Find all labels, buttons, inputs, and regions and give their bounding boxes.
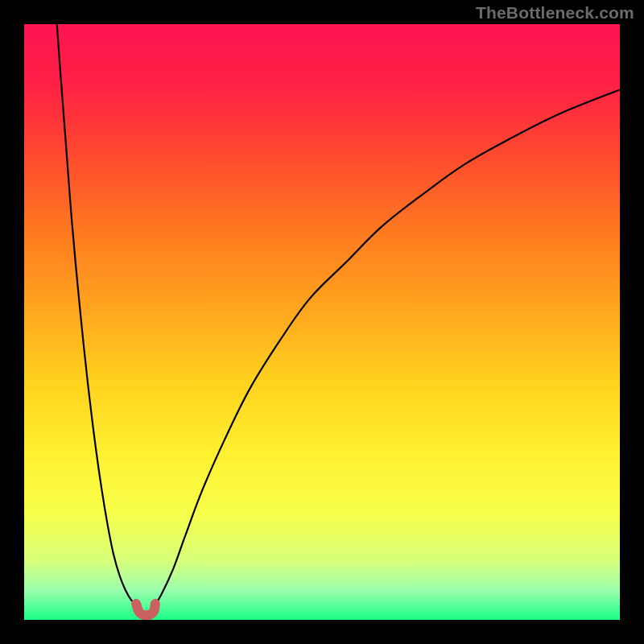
curve-right-branch [155,89,620,604]
curve-layer [24,24,620,620]
watermark-text: TheBottleneck.com [476,3,634,23]
plot-area [24,24,620,620]
curve-bottom-marker [136,604,155,615]
curve-left-branch [57,24,136,604]
outer-frame: TheBottleneck.com [0,0,644,644]
